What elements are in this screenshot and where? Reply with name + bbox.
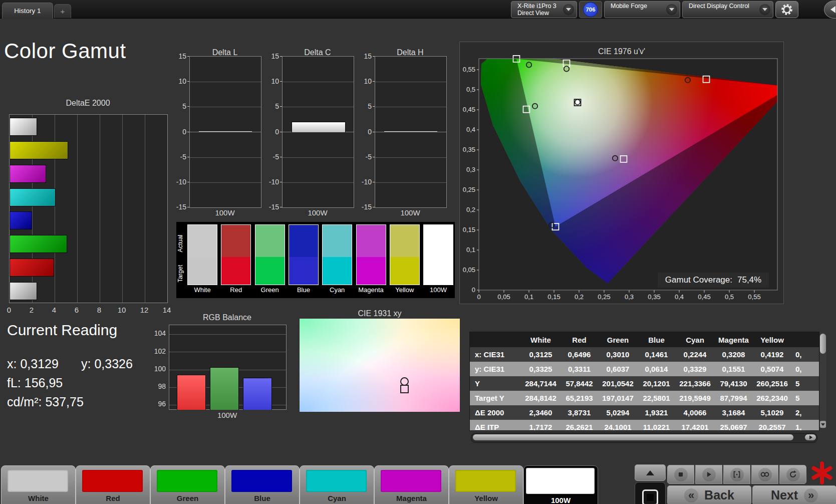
table-cell: 0,6037 (599, 365, 637, 373)
back-button[interactable]: « Back (667, 485, 751, 504)
bar-red (10, 259, 54, 277)
cie1931-actual-marker (400, 377, 409, 386)
collapse-panel-button[interactable] (824, 1, 836, 19)
rgb-balance-xlabel: 100W (169, 411, 286, 419)
source-dropdown[interactable]: Mobile Forge (604, 1, 680, 18)
y-tick-label: 0 (169, 128, 186, 136)
tick-mark (373, 56, 375, 57)
table-header-cell: Magenta (714, 336, 753, 344)
y-tick-label: -5 (355, 153, 372, 161)
gridline (169, 352, 286, 352)
x-tick-label: 10 (114, 306, 129, 314)
svg-text:0,15: 0,15 (547, 293, 560, 301)
meter-badge-tile: 706 (579, 1, 602, 18)
pattern-button-white[interactable]: White (1, 465, 76, 504)
gridline (169, 334, 286, 335)
table-cell: 3,1684 (714, 408, 753, 417)
display-control-name: Direct Display Control (689, 3, 749, 10)
step-measure-button[interactable] (723, 465, 750, 484)
tick-mark (373, 157, 375, 157)
delta-bar (292, 122, 346, 132)
source-name: Mobile Forge (611, 3, 647, 10)
svg-text:0,2: 0,2 (575, 293, 584, 301)
tick-mark (187, 132, 189, 132)
reading-fl: fL: 156,95 (7, 376, 63, 390)
vertical-scroll-thumb[interactable] (820, 334, 826, 354)
table-cell: 0,0614 (637, 365, 676, 373)
table-cell-clipped: 1, (791, 423, 819, 431)
actual-swatch (322, 224, 352, 257)
svg-text:0,1: 0,1 (466, 246, 475, 254)
pattern-button-blue[interactable]: Blue (225, 465, 300, 504)
svg-text:0,25: 0,25 (463, 186, 475, 193)
tick-mark (187, 182, 189, 182)
scroll-right-button[interactable] (805, 434, 816, 440)
tick-mark (187, 207, 189, 207)
continuous-measure-button[interactable] (751, 465, 778, 484)
pattern-button-yellow[interactable]: Yellow (449, 465, 523, 504)
swatch-strip: ActualTargetWhiteRedGreenBlueCyanMagenta… (176, 222, 455, 298)
swatch-label: 100W (423, 286, 453, 294)
table-header-cell: Yellow (753, 336, 791, 344)
table-vertical-scrollbar[interactable] (819, 333, 826, 429)
tick-mark (373, 182, 375, 182)
svg-text:0,4: 0,4 (675, 293, 684, 301)
gridline (375, 157, 446, 158)
y-tick-label: 15 (169, 52, 186, 60)
chevron-down-icon (563, 4, 574, 15)
tab-history-1[interactable]: History 1 (2, 3, 53, 19)
loop-measure-button[interactable] (779, 465, 806, 484)
target-swatch (390, 257, 420, 285)
reading-y: y: 0,3326 (81, 357, 133, 371)
cie1931-target-marker (400, 385, 409, 393)
x-tick-label: 8 (92, 306, 107, 314)
y-tick-label: 10 (169, 77, 186, 85)
y-tick-label: 0 (355, 128, 372, 136)
swatch-label: Red (221, 286, 251, 294)
window-pattern-icon (642, 489, 658, 504)
target-swatch (356, 257, 386, 285)
pattern-button-magenta[interactable]: Magenta (374, 465, 449, 504)
y-tick-label: -10 (262, 178, 279, 186)
add-tab-button[interactable]: + (54, 4, 71, 18)
x-tick-label: 0 (2, 306, 17, 314)
swatch-label: Yellow (390, 286, 420, 294)
infinity-icon (759, 469, 770, 480)
pattern-button-green[interactable]: Green (150, 465, 225, 504)
scroll-down-button[interactable] (820, 421, 826, 428)
meter-dropdown[interactable]: X-Rite i1Pro 3 Direct View (511, 1, 577, 18)
gear-icon (780, 3, 793, 16)
table-horizontal-scrollbar[interactable] (471, 433, 817, 443)
chevron-down-icon (759, 4, 770, 15)
stop-button[interactable] (667, 465, 694, 484)
table-cell: 0,3208 (714, 350, 753, 359)
bar-green (210, 367, 239, 410)
delta-bar (384, 131, 437, 132)
pattern-window-button[interactable] (635, 482, 666, 504)
display-control-dropdown[interactable]: Direct Display Control (682, 1, 773, 18)
target-swatch (423, 257, 453, 285)
table-cell: 0,4192 (753, 350, 791, 359)
y-tick-label: 104 (148, 329, 166, 337)
svg-text:0,45: 0,45 (698, 293, 710, 301)
play-button[interactable] (695, 465, 722, 484)
svg-text:0,35: 0,35 (463, 146, 475, 153)
gridline (375, 107, 446, 107)
pattern-button-cyan[interactable]: Cyan (300, 465, 374, 504)
tick-mark (280, 132, 282, 132)
swatch-column-green (255, 224, 285, 285)
table-header-cell: Green (599, 336, 637, 344)
page-title: Color Gamut (4, 39, 126, 63)
table-cell-clipped: 5 (791, 394, 819, 402)
tick-mark (280, 56, 282, 57)
svg-text:0,35: 0,35 (648, 293, 660, 301)
next-button[interactable]: Next » (752, 485, 836, 504)
pattern-button-100w[interactable]: 100W (523, 465, 598, 504)
horizontal-scroll-thumb[interactable] (473, 434, 793, 440)
pattern-window-up-button[interactable] (635, 464, 666, 481)
settings-button[interactable] (775, 1, 798, 18)
table-header-row: WhiteRedGreenBlueCyanMagentaYellow (470, 332, 819, 347)
table-cell: 20,2557 (753, 423, 791, 431)
pattern-button-red[interactable]: Red (76, 465, 150, 504)
table-cell-clipped: 2, (791, 408, 819, 417)
